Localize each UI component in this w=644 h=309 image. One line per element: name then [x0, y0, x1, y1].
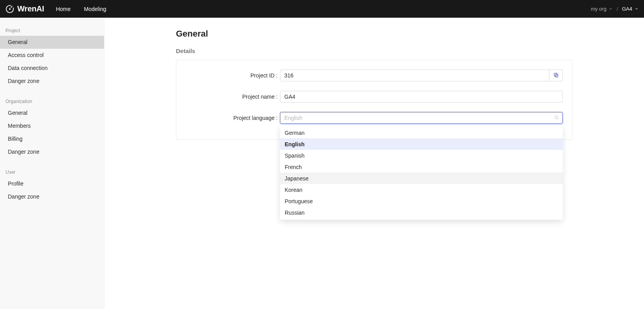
nav-modeling[interactable]: Modeling	[84, 6, 106, 12]
wren-logo-icon	[5, 5, 14, 13]
language-option-korean[interactable]: Korean	[280, 184, 563, 195]
sidebar-item-data-connection[interactable]: Data connection	[0, 62, 104, 75]
svg-rect-2	[555, 74, 558, 77]
language-option-german[interactable]: German	[280, 127, 563, 138]
copy-icon	[553, 72, 559, 79]
row-project-id: Project ID	[186, 70, 563, 81]
label-project-language: Project language	[186, 115, 280, 121]
sidebar-group-label: Project	[0, 24, 104, 36]
sidebar-item-general[interactable]: General	[0, 36, 104, 49]
section-details-title: Details	[176, 48, 573, 54]
language-option-spanish[interactable]: Spanish	[280, 150, 563, 161]
row-project-name: Project name	[186, 91, 563, 103]
crumb-org[interactable]: my org	[591, 6, 613, 12]
label-project-name: Project name	[186, 94, 280, 100]
chevron-down-icon	[609, 6, 613, 12]
sidebar-item-danger-zone[interactable]: Danger zone	[0, 190, 104, 203]
project-language-search-input[interactable]	[280, 112, 563, 124]
brand-name: WrenAI	[17, 4, 44, 13]
breadcrumb: my org / GA4	[591, 6, 639, 12]
settings-sidebar: ProjectGeneralAccess controlData connect…	[0, 18, 104, 309]
crumb-project[interactable]: GA4	[622, 6, 639, 12]
crumb-org-label: my org	[591, 6, 607, 12]
language-dropdown: GermanEnglishSpanishFrenchJapaneseKorean…	[280, 125, 563, 220]
svg-rect-3	[554, 73, 557, 76]
language-option-russian[interactable]: Russian	[280, 207, 563, 218]
sidebar-item-billing[interactable]: Billing	[0, 132, 104, 145]
svg-point-1	[9, 8, 11, 9]
language-option-portuguese[interactable]: Portuguese	[280, 195, 563, 207]
chevron-down-icon	[635, 6, 639, 12]
language-option-japanese[interactable]: Japanese	[280, 173, 563, 184]
brand-logo[interactable]: WrenAI	[5, 4, 44, 13]
copy-project-id-button[interactable]	[549, 70, 563, 81]
language-option-french[interactable]: French	[280, 161, 563, 173]
sidebar-item-danger-zone[interactable]: Danger zone	[0, 75, 104, 88]
sidebar-group-label: User	[0, 166, 104, 177]
sidebar-item-danger-zone[interactable]: Danger zone	[0, 145, 104, 158]
sidebar-item-profile[interactable]: Profile	[0, 177, 104, 190]
nav-home[interactable]: Home	[56, 6, 70, 12]
sidebar-item-members[interactable]: Members	[0, 120, 104, 132]
language-option-english[interactable]: English	[280, 138, 563, 150]
crumb-project-label: GA4	[622, 6, 632, 12]
row-project-language: Project language GermanEnglishSpanishFre…	[186, 112, 563, 124]
sidebar-item-general[interactable]: General	[0, 107, 104, 120]
sidebar-item-access-control[interactable]: Access control	[0, 49, 104, 62]
crumb-separator: /	[617, 6, 618, 12]
project-name-input[interactable]	[280, 91, 563, 103]
details-card: Project ID	[176, 60, 573, 140]
main-content: General Details Project ID	[104, 18, 644, 309]
project-id-input[interactable]	[280, 70, 549, 81]
top-nav: Home Modeling	[56, 6, 106, 12]
label-project-id: Project ID	[186, 72, 280, 79]
app-header: WrenAI Home Modeling my org / GA4	[0, 0, 644, 18]
sidebar-group-label: Organization	[0, 95, 104, 107]
page-title: General	[176, 29, 573, 39]
project-language-select[interactable]: GermanEnglishSpanishFrenchJapaneseKorean…	[280, 112, 563, 124]
